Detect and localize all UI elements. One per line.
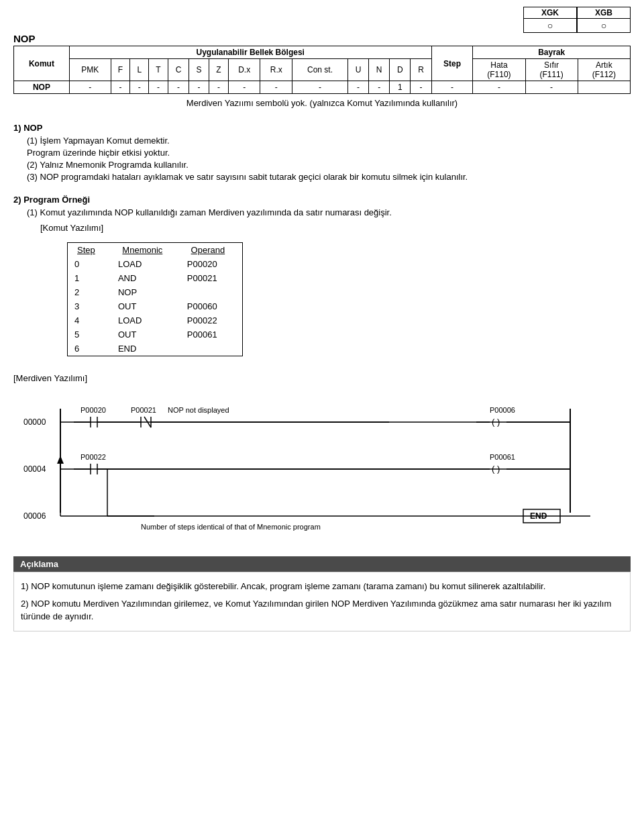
nop-s: -	[189, 81, 209, 94]
komut-header: Komut	[14, 46, 70, 81]
svg-text:00004: 00004	[23, 464, 46, 474]
col-hata: Hata(F110)	[473, 59, 525, 81]
row2-mnemonic: NOP	[111, 285, 180, 299]
xgb-circle: ○	[577, 19, 631, 33]
nop-d: 1	[390, 81, 411, 94]
step-header: Step	[431, 46, 473, 81]
table-row: 6 END	[68, 342, 242, 356]
section2-title: 2) Program Örneği	[13, 195, 631, 205]
col-s: S	[189, 59, 209, 81]
nop-l: -	[130, 81, 149, 94]
section1-item2: Program üzerinde hiçbir etkisi yoktur.	[27, 148, 631, 158]
col-t: T	[149, 59, 168, 81]
nop-rx: -	[260, 81, 292, 94]
col-f: F	[111, 59, 130, 81]
svg-text:NOP not displayed: NOP not displayed	[168, 406, 229, 414]
col-rx: R.x	[260, 59, 292, 81]
row5-operand: P00061	[180, 327, 242, 342]
xgk-circle: ○	[523, 19, 577, 33]
row6-step: 6	[68, 342, 111, 356]
table-row: 2 NOP	[68, 285, 242, 299]
table-row: 3 OUT P00060	[68, 299, 242, 313]
col-l: L	[130, 59, 149, 81]
col-artik: Artık(F112)	[578, 59, 630, 81]
svg-text:( ): ( )	[492, 417, 500, 427]
section1-item4: (3) NOP programdaki hataları ayıklamak v…	[27, 172, 631, 182]
row2-operand	[180, 285, 242, 299]
row3-operand: P00060	[180, 299, 242, 313]
svg-text:P00006: P00006	[490, 406, 515, 414]
svg-text:P00022: P00022	[80, 453, 106, 461]
th-operand: Operand	[180, 243, 242, 257]
table-row: 1 AND P00021	[68, 271, 242, 285]
section1-item1: (1) İşlem Yapmayan Komut demektir.	[27, 136, 631, 146]
komut-yazilimi-label: [Komut Yazılımı]	[40, 223, 631, 233]
row1-mnemonic: AND	[111, 271, 180, 285]
section1-title: 1) NOP	[13, 123, 631, 133]
svg-text:Number of steps identical of t: Number of steps identical of that of Mne…	[141, 523, 321, 531]
row0-step: 0	[68, 257, 111, 271]
aciklama-title: Açıklama	[13, 556, 631, 572]
merdiven-yazilimi-label: [Merdiven Yazılımı]	[13, 373, 631, 383]
table-row: 4 LOAD P00022	[68, 313, 242, 327]
nop-row-label: NOP	[14, 81, 70, 94]
aciklama-item1: 1) NOP komutunun işleme zamanı değişikli…	[21, 580, 623, 593]
svg-text:P00061: P00061	[490, 453, 515, 461]
th-step: Step	[68, 243, 111, 257]
row6-operand	[180, 342, 242, 356]
nop-sifir: -	[473, 81, 525, 94]
svg-text:( ): ( )	[492, 464, 500, 474]
col-n: N	[369, 59, 390, 81]
svg-text:00000: 00000	[23, 417, 46, 427]
col-d: D	[390, 59, 411, 81]
nop-r: -	[411, 81, 431, 94]
xgk-label: XGK	[523, 7, 577, 19]
description-line: Merdiven Yazıımı sembolü yok. (yalnızca …	[13, 98, 631, 108]
row2-step: 2	[68, 285, 111, 299]
header-table: Komut Uygulanabilir Bellek Bölgesi Step …	[13, 46, 631, 94]
nop-pmk: -	[69, 81, 111, 94]
table-row: 5 OUT P00061	[68, 327, 242, 342]
nop-z: -	[209, 81, 229, 94]
col-const: Con st.	[292, 59, 348, 81]
col-r: R	[411, 59, 431, 81]
nop-u: -	[347, 81, 368, 94]
col-sifir: Sıfır(F111)	[525, 59, 578, 81]
row4-step: 4	[68, 313, 111, 327]
nop-hata: -	[431, 81, 473, 94]
row3-step: 3	[68, 299, 111, 313]
th-mnemonic: Mnemonic	[111, 243, 180, 257]
row5-mnemonic: OUT	[111, 327, 180, 342]
row1-operand: P00021	[180, 271, 242, 285]
section1-item3: (2) Yalnız Mnemonik Programda kullanılır…	[27, 160, 631, 170]
aciklama-content: 1) NOP komutunun işleme zamanı değişikli…	[13, 572, 631, 631]
svg-text:P00021: P00021	[131, 406, 156, 414]
col-z: Z	[209, 59, 229, 81]
row4-mnemonic: LOAD	[111, 313, 180, 327]
svg-marker-21	[57, 456, 64, 464]
ladder-diagram: 00000 P00020 P00021 NOP not displayed P0…	[20, 389, 624, 543]
bayrak-header: Bayrak	[473, 46, 631, 59]
nop-main-label: NOP	[13, 33, 631, 44]
svg-text:END: END	[530, 511, 547, 521]
nop-const: -	[292, 81, 348, 94]
row5-step: 5	[68, 327, 111, 342]
section2-desc: (1) Komut yazılımında NOP kullanıldığı z…	[27, 207, 631, 217]
row6-mnemonic: END	[111, 342, 180, 356]
nop-n: -	[369, 81, 390, 94]
nop-t: -	[149, 81, 168, 94]
col-pmk: PMK	[69, 59, 111, 81]
row1-step: 1	[68, 271, 111, 285]
svg-text:00006: 00006	[23, 511, 46, 521]
nop-c: -	[168, 81, 189, 94]
program-table: Step Mnemonic Operand 0 LOAD P00020 1 AN…	[67, 242, 243, 356]
svg-text:P00020: P00020	[80, 406, 106, 414]
table-row: 0 LOAD P00020	[68, 257, 242, 271]
nop-f: -	[111, 81, 130, 94]
col-u: U	[347, 59, 368, 81]
row0-mnemonic: LOAD	[111, 257, 180, 271]
col-c: C	[168, 59, 189, 81]
col-dx: D.x	[228, 59, 260, 81]
nop-dx: -	[228, 81, 260, 94]
aciklama-item2: 2) NOP komutu Merdiven Yazılımından giri…	[21, 597, 623, 623]
